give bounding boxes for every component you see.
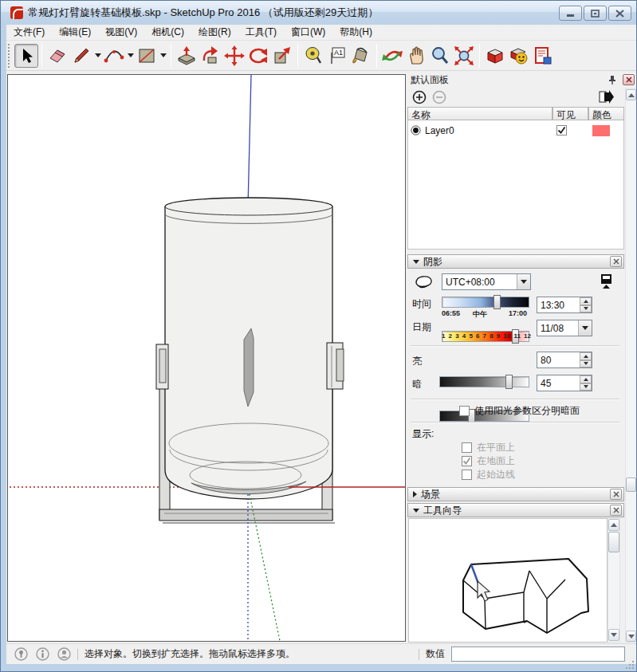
zoom-tool-button[interactable] [428,44,452,68]
menu-draw[interactable]: 绘图(R) [191,24,238,41]
layer-color-swatch[interactable] [592,125,610,136]
dark-field[interactable]: 45 [537,375,592,391]
orbit-tool-button[interactable] [380,44,404,68]
status-divider [77,649,78,660]
toolbar-separator [479,44,480,68]
shape-tool-button[interactable] [135,44,159,68]
share-model-button[interactable] [507,44,531,68]
push-pull-tool-button[interactable] [175,44,199,68]
title-bar[interactable]: 常规灯灯臂旋转基础模板.skp - SketchUp Pro 2016 （试用版… [1,1,637,25]
menu-edit[interactable]: 编辑(E) [52,24,98,41]
geolocation-button[interactable] [14,647,28,661]
display-option-ground[interactable]: 在地面上 [462,454,515,468]
line-tool-button[interactable] [69,44,93,68]
maximize-button[interactable] [584,6,607,21]
time-field[interactable]: 13:30 [537,297,592,313]
on-ground-checkbox[interactable] [462,456,472,466]
layer-visible-checkbox[interactable] [556,125,567,136]
text-tool-button[interactable]: A1 [325,44,349,68]
dark-spin-up[interactable] [580,375,592,383]
layer-details-button[interactable] [598,89,614,108]
tray-title-bar[interactable]: 默认面板 [407,73,637,87]
tray-scroll-up[interactable] [626,89,636,100]
shape-tool-dropdown[interactable] [159,44,167,68]
tray-scrollbar[interactable] [625,88,637,643]
column-header-color[interactable]: 颜色 [588,107,624,120]
column-header-visible[interactable]: 可见 [552,107,588,120]
on-faces-checkbox[interactable] [462,442,472,453]
eraser-tool-button[interactable] [45,44,69,68]
shadows-close-button[interactable] [610,256,622,267]
arc-tool-dropdown[interactable] [126,44,135,68]
column-header-name[interactable]: 名称 [407,107,552,120]
dropdown-button[interactable] [517,274,530,289]
time-slider[interactable] [442,297,529,308]
instructor-close-button[interactable] [610,505,622,516]
minimize-button[interactable] [559,6,582,21]
tape-measure-tool-button[interactable] [301,44,325,68]
menu-tools[interactable]: 工具(T) [238,24,284,41]
light-slider[interactable] [439,376,529,387]
menu-window[interactable]: 窗口(W) [284,24,332,41]
display-option-faces[interactable]: 在平面上 [462,441,515,454]
shadows-section-header[interactable]: 阴影 [407,254,624,269]
instructor-section-header[interactable]: 工具向导 [407,503,624,517]
tray-close-button[interactable] [623,74,635,85]
use-sun-option[interactable]: 使用阳光参数区分明暗面 [459,404,580,418]
remove-layer-button[interactable] [432,90,446,108]
light-spin-up[interactable] [580,352,592,360]
scenes-close-button[interactable] [610,489,622,500]
timezone-select[interactable]: UTC+08:00 [442,273,531,290]
instructor-scroll-up[interactable] [608,519,619,531]
sign-in-button[interactable] [57,647,71,661]
pin-icon[interactable] [607,74,618,85]
light-field[interactable]: 80 [537,352,592,368]
display-option-edges[interactable]: 起始边线 [462,468,515,481]
current-layer-radio[interactable] [411,125,421,136]
pan-tool-button[interactable] [404,44,428,68]
paint-bucket-tool-button[interactable] [349,44,373,68]
model-viewport[interactable] [7,74,406,642]
scale-tool-button[interactable] [270,44,294,68]
light-slider-thumb[interactable] [505,375,513,389]
time-spin-down[interactable] [580,305,592,313]
move-tool-button[interactable] [222,44,246,68]
time-spin-up[interactable] [580,297,592,305]
follow-me-tool-button[interactable] [199,44,222,68]
menu-view[interactable]: 视图(V) [98,24,144,41]
tray-scroll-down[interactable] [626,631,636,642]
menu-camera[interactable]: 相机(C) [144,24,191,41]
layer-list[interactable] [407,120,624,250]
scroll-down-icon [611,633,617,637]
menu-help[interactable]: 帮助(H) [332,24,379,41]
add-layer-button[interactable] [412,90,427,108]
menu-file[interactable]: 文件(F) [6,24,52,41]
arc-tool-button[interactable] [102,44,126,68]
instructor-scroll-down[interactable] [608,629,619,641]
line-tool-dropdown[interactable] [93,44,102,68]
shadow-details-toggle[interactable] [600,273,613,293]
from-edges-checkbox[interactable] [462,470,472,480]
toggle-shadows-button[interactable] [414,273,434,294]
date-select[interactable]: 11/08 [537,320,592,336]
dropdown-button[interactable] [578,320,592,336]
zoom-extents-tool-button[interactable] [452,44,476,68]
dark-spin-down[interactable] [580,383,592,391]
resize-grip[interactable] [625,660,635,670]
select-tool-button[interactable] [14,44,38,68]
rotate-tool-button[interactable] [246,44,270,68]
credits-info-button[interactable] [36,647,49,661]
close-button[interactable] [608,6,631,21]
extension-warehouse-button[interactable] [531,44,555,68]
measurements-input[interactable] [451,646,625,662]
instructor-house-illustration [409,519,607,642]
instructor-scroll-thumb[interactable] [608,532,619,552]
3d-warehouse-button[interactable] [483,44,507,68]
layer-row[interactable]: Layer0 [411,124,621,137]
use-sun-checkbox[interactable] [459,406,470,416]
tray-scroll-thumb[interactable] [626,477,636,492]
toolbar-grip[interactable] [8,44,12,68]
light-spin-down[interactable] [580,360,592,368]
scenes-section-header[interactable]: 场景 [407,487,624,501]
time-slider-thumb[interactable] [493,295,501,309]
